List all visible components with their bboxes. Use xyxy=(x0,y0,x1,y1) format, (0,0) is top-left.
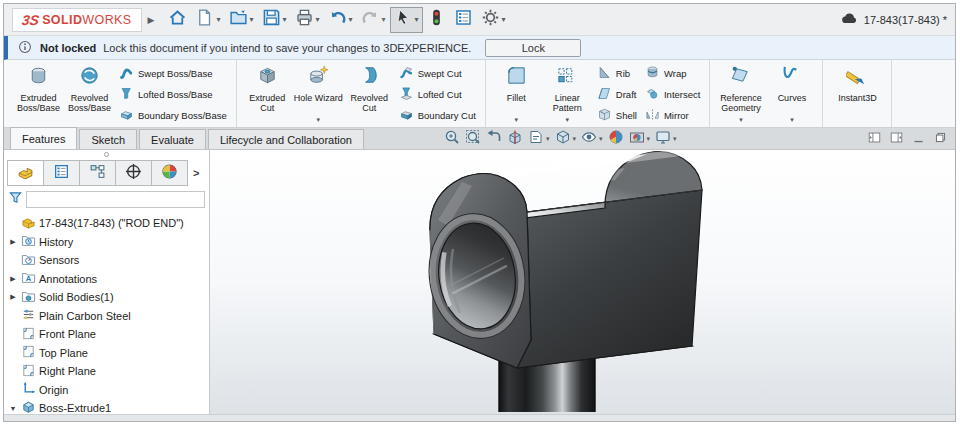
dropdown-caret-icon[interactable]: ▾ xyxy=(515,116,519,127)
ribbon-button-curves[interactable]: Curves▾ xyxy=(766,62,817,127)
tree-filter-input[interactable] xyxy=(26,191,205,208)
ribbon-button-boundary-boss-base[interactable]: Boundary Boss/Base xyxy=(119,107,227,124)
zoom-area-icon-button[interactable] xyxy=(465,129,481,149)
ribbon-button-extruded-cut[interactable]: Extruded Cut xyxy=(242,62,293,127)
ribbon-button-draft[interactable]: Draft xyxy=(597,86,637,103)
tree-item-sensors[interactable]: Sensors xyxy=(4,251,209,270)
home-icon-button[interactable] xyxy=(164,7,191,33)
tree-item-origin[interactable]: Origin xyxy=(4,381,209,400)
dropdown-caret-icon[interactable]: ▾ xyxy=(316,116,320,127)
view-settings-icon-button[interactable]: ▾ xyxy=(655,129,677,149)
model-rod-end[interactable] xyxy=(210,150,955,412)
ribbon-button-extruded-boss-base[interactable]: Extruded Boss/Base xyxy=(13,62,64,127)
dropdown-caret-icon[interactable]: ▾ xyxy=(250,15,254,24)
dropdown-caret-icon[interactable]: ▾ xyxy=(216,15,220,24)
panel-tab-propertymanager[interactable] xyxy=(43,160,80,186)
panel-tab-dimxpertmanager[interactable] xyxy=(115,160,152,186)
dropdown-caret-icon[interactable]: ▾ xyxy=(673,135,677,143)
panel-tab-configurationmanager[interactable] xyxy=(79,160,116,186)
graphics-area[interactable] xyxy=(210,150,955,414)
dropdown-caret-icon[interactable]: ▾ xyxy=(566,116,570,127)
panel-tabs: > xyxy=(4,159,209,187)
ribbon-button-lofted-cut[interactable]: Lofted Cut xyxy=(399,86,476,103)
tree-item-history[interactable]: ▶History xyxy=(4,233,209,252)
dropdown-caret-icon[interactable]: ▾ xyxy=(546,135,550,143)
tab-evaluate[interactable]: Evaluate xyxy=(139,129,206,149)
expand-arrow-icon[interactable]: ▶ xyxy=(8,238,18,246)
dropdown-caret-icon[interactable]: ▾ xyxy=(647,135,651,143)
tab-lifecycle-and-collaboration[interactable]: Lifecycle and Collaboration xyxy=(208,129,364,149)
previous-view-icon-button[interactable] xyxy=(486,129,502,149)
save-icon-button[interactable]: ▾ xyxy=(258,7,291,33)
undo-icon-button[interactable]: ▾ xyxy=(324,7,357,33)
expand-arrow-icon[interactable]: ▶ xyxy=(8,293,18,301)
tree-item-top-plane[interactable]: Top Plane xyxy=(4,344,209,363)
select-cursor-icon-button[interactable]: ▾ xyxy=(390,7,423,33)
tree-item-plain-carbon-steel[interactable]: Plain Carbon Steel xyxy=(4,307,209,326)
ribbon-button-mirror[interactable]: Mirror xyxy=(645,107,700,124)
ribbon-button-swept-boss-base[interactable]: Swept Boss/Base xyxy=(119,65,227,82)
info-icon xyxy=(18,40,40,56)
tree-item-boss-extrude1[interactable]: ▼Boss-Extrude1 xyxy=(4,399,209,414)
hide-show-items-icon-button[interactable]: ▾ xyxy=(581,129,603,149)
annotation-views-icon-button[interactable]: ▾ xyxy=(528,129,550,149)
ribbon-button-revolved-boss-base[interactable]: Revolved Boss/Base xyxy=(64,62,115,127)
print-icon-button[interactable]: ▾ xyxy=(291,7,324,33)
pane-left-icon[interactable] xyxy=(868,130,881,148)
ribbon-button-revolved-cut[interactable]: Revolved Cut xyxy=(344,62,395,127)
tab-sketch[interactable]: Sketch xyxy=(79,129,137,149)
view-orientation-icon-button[interactable]: ▾ xyxy=(555,129,577,149)
status-light-icon-button[interactable] xyxy=(423,7,450,33)
new-document-icon-button[interactable]: ▾ xyxy=(191,7,224,33)
ribbon-button-lofted-boss-base[interactable]: Lofted Boss/Base xyxy=(119,86,227,103)
dropdown-caret-icon[interactable]: ▾ xyxy=(349,15,353,24)
dropdown-caret-icon[interactable]: ▾ xyxy=(599,135,603,143)
ribbon-button-hole-wizard[interactable]: Hole Wizard▾ xyxy=(293,62,344,127)
open-document-icon-button[interactable]: ▾ xyxy=(225,7,258,33)
ribbon-button-wrap[interactable]: Wrap xyxy=(645,65,700,82)
redo-icon-button[interactable]: ▾ xyxy=(357,7,390,33)
tree-item-front-plane[interactable]: Front Plane xyxy=(4,325,209,344)
lock-button[interactable]: Lock xyxy=(485,39,581,57)
dropdown-caret-icon[interactable]: ▾ xyxy=(502,15,506,24)
ribbon-button-instant3d[interactable]: Instant3D xyxy=(828,62,886,127)
tree-item-annotations[interactable]: ▶AAnnotations xyxy=(4,270,209,289)
dropdown-caret-icon[interactable]: ▾ xyxy=(283,15,287,24)
dropdown-caret-icon[interactable]: ▾ xyxy=(573,135,577,143)
panel-tab-featuremanager[interactable] xyxy=(7,160,44,186)
tab-features[interactable]: Features xyxy=(10,127,77,149)
dropdown-caret-icon[interactable]: ▾ xyxy=(790,116,794,127)
tree-item-solid-bodies-1[interactable]: ▶Solid Bodies(1) xyxy=(4,288,209,307)
edit-appearance-icon-button[interactable] xyxy=(608,129,624,149)
dropdown-caret-icon[interactable]: ▾ xyxy=(382,15,386,24)
document-properties-icon-button[interactable] xyxy=(450,7,477,33)
ribbon-button-swept-cut[interactable]: Swept Cut xyxy=(399,65,476,82)
restore-icon[interactable] xyxy=(934,130,947,148)
dropdown-caret-icon[interactable]: ▾ xyxy=(316,15,320,24)
apply-scene-icon-button[interactable]: ▾ xyxy=(629,129,651,149)
ribbon-button-boundary-cut[interactable]: Boundary Cut xyxy=(399,107,476,124)
panel-splitter[interactable] xyxy=(4,150,209,159)
minimize-icon[interactable] xyxy=(912,130,925,148)
zoom-fit-icon-button[interactable] xyxy=(444,129,460,149)
panel-expand-chevron-icon[interactable]: > xyxy=(193,167,199,179)
ribbon-button-rib[interactable]: Rib xyxy=(597,65,637,82)
ribbon-button-reference-geometry[interactable]: Reference Geometry▾ xyxy=(715,62,766,127)
dropdown-caret-icon[interactable]: ▾ xyxy=(415,15,419,24)
logo-expand-arrow-icon[interactable]: ▶ xyxy=(148,15,155,25)
ribbon-button-linear-pattern[interactable]: Linear Pattern▾ xyxy=(542,62,593,127)
expand-arrow-icon[interactable]: ▼ xyxy=(8,405,18,412)
tree-item-17-843-17-843-rod-end[interactable]: 17-843(17-843) ("ROD END") xyxy=(4,214,209,233)
ribbon-button-fillet[interactable]: Fillet▾ xyxy=(491,62,542,127)
expand-arrow-icon[interactable]: ▶ xyxy=(8,275,18,283)
tree-item-right-plane[interactable]: Right Plane xyxy=(4,362,209,381)
ribbon-button-shell[interactable]: Shell xyxy=(597,107,637,124)
panel-tab-displaymanager[interactable] xyxy=(151,160,188,186)
pane-right-icon[interactable] xyxy=(890,130,903,148)
solidworks-logo[interactable]: 3S SOLID WORKS xyxy=(12,8,142,32)
dropdown-caret-icon[interactable]: ▾ xyxy=(739,116,743,127)
ribbon-button-intersect[interactable]: Intersect xyxy=(645,86,700,103)
section-view-icon-button[interactable] xyxy=(507,129,523,149)
curves-icon xyxy=(780,64,803,91)
options-gear-icon-button[interactable]: ▾ xyxy=(477,7,510,33)
